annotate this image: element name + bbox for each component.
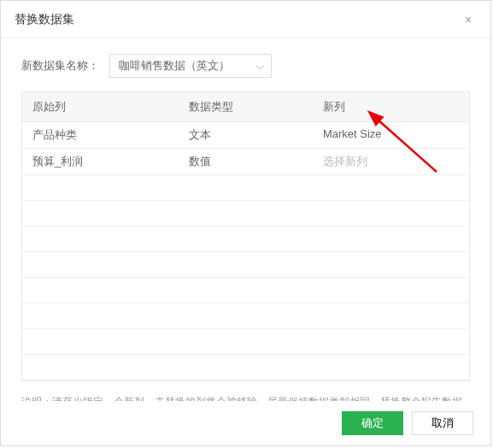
column-mapping-table: 原始列 数据类型 新列 产品种类 文本 Market Size 预算_利润 数值… [21, 91, 470, 381]
table-row-empty: . [22, 201, 469, 227]
replace-dataset-dialog: 替换数据集 × 新数据集名称： 咖啡销售数据（英文） 原始列 数据类型 新列 产… [0, 0, 491, 446]
cell-new-col-placeholder[interactable]: 选择新列 [313, 149, 469, 174]
table-row-empty: . [22, 329, 469, 355]
table-row-empty: . [22, 175, 469, 201]
dataset-select-value: 咖啡销售数据（英文） [119, 58, 230, 74]
ok-button[interactable]: 确定 [342, 411, 403, 435]
dataset-name-row: 新数据集名称： 咖啡销售数据（英文） [21, 54, 470, 78]
dataset-name-label: 新数据集名称： [21, 58, 99, 74]
table-row-empty: . [22, 304, 469, 329]
dialog-title: 替换数据集 [15, 12, 74, 27]
dataset-select[interactable]: 咖啡销售数据（英文） [109, 54, 272, 78]
table-row-empty: . [22, 227, 469, 252]
table-row: 产品种类 文本 Market Size [22, 122, 469, 149]
header-data-type: 数据类型 [179, 92, 313, 121]
dialog-header: 替换数据集 × [1, 1, 490, 38]
dialog-body: 新数据集名称： 咖啡销售数据（英文） 原始列 数据类型 新列 产品种类 文本 M… [1, 38, 490, 381]
cell-new-col[interactable]: Market Size [313, 122, 469, 148]
cell-original: 产品种类 [22, 122, 179, 148]
header-original-col: 原始列 [22, 92, 179, 121]
cancel-button[interactable]: 取消 [412, 411, 473, 435]
close-icon[interactable]: × [460, 11, 477, 28]
table-row-empty: . [22, 355, 469, 380]
table-header-row: 原始列 数据类型 新列 [22, 92, 469, 122]
header-new-col: 新列 [313, 92, 469, 121]
cell-type: 文本 [179, 122, 313, 148]
cell-original: 预算_利润 [22, 149, 179, 174]
table-row-empty: . [22, 252, 469, 278]
chevron-down-icon [255, 60, 264, 73]
table-body: 产品种类 文本 Market Size 预算_利润 数值 选择新列 . . . … [22, 122, 469, 380]
table-row-empty: . [22, 278, 469, 304]
cell-type: 数值 [179, 149, 313, 174]
dialog-footer: 确定 取消 [1, 401, 490, 445]
table-row: 预算_利润 数值 选择新列 [22, 149, 469, 175]
